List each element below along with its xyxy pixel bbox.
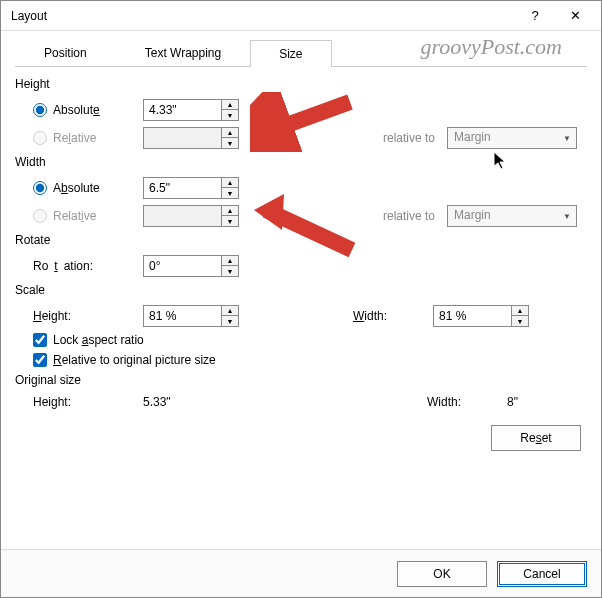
scale-height-spinner[interactable]: ▲ ▼: [143, 305, 239, 327]
spinner-down-icon: ▼: [222, 216, 238, 226]
height-relative-row: Relative ▲ ▼ relative to Margin ▼: [15, 127, 587, 149]
height-relative-radio: [33, 131, 47, 145]
tab-text-wrapping[interactable]: Text Wrapping: [116, 39, 250, 66]
rotation-input[interactable]: [143, 255, 221, 277]
original-width-label: Width:: [427, 395, 507, 409]
relative-original-row: Relative to original picture size: [15, 353, 587, 367]
height-relative-label: Relative: [53, 131, 96, 145]
width-section-label: Width: [15, 155, 587, 169]
height-absolute-input[interactable]: [143, 99, 221, 121]
tab-position[interactable]: Position: [15, 39, 116, 66]
ok-button[interactable]: OK: [397, 561, 487, 587]
height-section-label: Height: [15, 77, 587, 91]
spinner-up-icon[interactable]: ▲: [222, 256, 238, 266]
chevron-down-icon: ▼: [558, 206, 576, 226]
width-absolute-row: Absolute ▲ ▼: [15, 177, 587, 199]
spinner-up-icon[interactable]: ▲: [222, 100, 238, 110]
chevron-down-icon: ▼: [558, 128, 576, 148]
spinner-up-icon[interactable]: ▲: [222, 178, 238, 188]
rotation-label: Rotation:: [33, 259, 143, 273]
scale-width-spinner[interactable]: ▲ ▼: [433, 305, 529, 327]
spinner-down-icon[interactable]: ▼: [222, 110, 238, 120]
rotation-row: Rotation: ▲ ▼: [15, 255, 587, 277]
tab-bar: Position Text Wrapping Size: [15, 39, 587, 67]
scale-height-input[interactable]: [143, 305, 221, 327]
reset-button[interactable]: Reset: [491, 425, 581, 451]
titlebar: Layout ? ✕: [1, 1, 601, 31]
cancel-button[interactable]: Cancel: [497, 561, 587, 587]
height-absolute-label: Absolute: [53, 103, 100, 117]
close-button[interactable]: ✕: [555, 2, 595, 30]
spinner-up-icon: ▲: [222, 206, 238, 216]
height-absolute-radio[interactable]: [33, 103, 47, 117]
width-absolute-radio[interactable]: [33, 181, 47, 195]
width-relative-spinner: ▲ ▼: [143, 205, 239, 227]
lock-aspect-row: Lock aspect ratio: [15, 333, 587, 347]
dialog-title: Layout: [11, 9, 515, 23]
scale-row: Height: ▲ ▼ Width: ▲ ▼: [15, 305, 587, 327]
original-height-value: 5.33": [143, 395, 273, 409]
height-relative-to-dropdown: Margin ▼: [447, 127, 577, 149]
height-relative-input: [143, 127, 221, 149]
width-relative-input: [143, 205, 221, 227]
relative-original-label: Relative to original picture size: [53, 353, 216, 367]
width-absolute-spinner[interactable]: ▲ ▼: [143, 177, 239, 199]
width-relative-to-label: relative to: [327, 209, 447, 223]
width-absolute-input[interactable]: [143, 177, 221, 199]
original-section-label: Original size: [15, 373, 587, 387]
height-relative-to-label: relative to: [327, 131, 447, 145]
spinner-down-icon: ▼: [222, 138, 238, 148]
width-relative-to-dropdown: Margin ▼: [447, 205, 577, 227]
width-relative-label: Relative: [53, 209, 96, 223]
height-relative-to-value: Margin: [448, 128, 558, 148]
lock-aspect-checkbox[interactable]: [33, 333, 47, 347]
dialog-footer: OK Cancel: [1, 549, 601, 597]
lock-aspect-label: Lock aspect ratio: [53, 333, 144, 347]
rotate-section-label: Rotate: [15, 233, 587, 247]
spinner-down-icon[interactable]: ▼: [512, 316, 528, 326]
height-relative-spinner: ▲ ▼: [143, 127, 239, 149]
tab-size[interactable]: Size: [250, 40, 331, 67]
width-relative-row: Relative ▲ ▼ relative to Margin ▼: [15, 205, 587, 227]
width-relative-to-value: Margin: [448, 206, 558, 226]
spinner-down-icon[interactable]: ▼: [222, 316, 238, 326]
help-button[interactable]: ?: [515, 2, 555, 30]
dialog-content: Position Text Wrapping Size Height Absol…: [1, 31, 601, 549]
spinner-up-icon[interactable]: ▲: [512, 306, 528, 316]
rotation-spinner[interactable]: ▲ ▼: [143, 255, 239, 277]
original-width-value: 8": [507, 395, 587, 409]
width-absolute-label: Absolute: [53, 181, 100, 195]
relative-original-checkbox[interactable]: [33, 353, 47, 367]
height-absolute-spinner[interactable]: ▲ ▼: [143, 99, 239, 121]
spinner-down-icon[interactable]: ▼: [222, 188, 238, 198]
original-height-label: Height:: [33, 395, 143, 409]
width-relative-radio: [33, 209, 47, 223]
scale-width-input[interactable]: [433, 305, 511, 327]
scale-section-label: Scale: [15, 283, 587, 297]
scale-height-label: Height:: [33, 309, 143, 323]
spinner-up-icon[interactable]: ▲: [222, 306, 238, 316]
spinner-down-icon[interactable]: ▼: [222, 266, 238, 276]
layout-dialog: Layout ? ✕ groovyPost.com Position Text …: [0, 0, 602, 598]
original-row: Height: 5.33" Width: 8": [15, 395, 587, 409]
scale-width-label: Width:: [353, 309, 433, 323]
height-absolute-row: Absolute ▲ ▼: [15, 99, 587, 121]
spinner-up-icon: ▲: [222, 128, 238, 138]
